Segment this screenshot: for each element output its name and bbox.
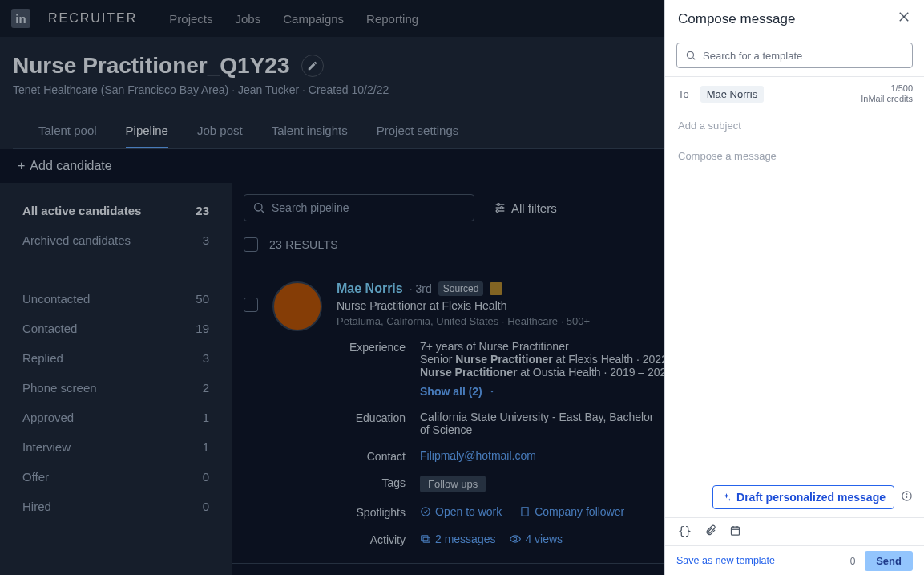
sidebar-archived-label: Archived candidates (22, 233, 131, 247)
stage-label: Contacted (22, 322, 77, 335)
nav-campaigns[interactable]: Campaigns (283, 12, 344, 26)
education-value: California State University - East Bay, … (420, 411, 660, 436)
chevron-down-icon (487, 387, 497, 396)
spotlight-company-follower[interactable]: Company follower (519, 505, 624, 518)
candidate-checkbox[interactable] (244, 298, 258, 312)
calendar-button[interactable] (729, 524, 741, 539)
stage-label: Hired (22, 500, 51, 513)
recipient-chip[interactable]: Mae Norris (700, 86, 765, 103)
stage-label: Offer (22, 470, 49, 484)
pipeline-search-placeholder: Search pipeline (272, 201, 349, 214)
activity-messages[interactable]: 2 messages (420, 532, 495, 545)
linkedin-logo: in (11, 9, 30, 28)
sidebar-interview[interactable]: Interview1 (0, 432, 232, 462)
tab-job-post[interactable]: Job post (197, 114, 243, 148)
all-filters-button[interactable]: All filters (494, 201, 557, 215)
sidebar-active-count: 23 (196, 204, 209, 217)
credits-label: InMail credits (861, 94, 913, 104)
stage-count: 50 (196, 292, 209, 306)
spotlight-label: Company follower (535, 505, 624, 518)
activity-label: 4 views (525, 532, 563, 545)
exp-bold: Nurse Practitioner (455, 353, 552, 366)
spotlights-label: Spotlights (337, 505, 406, 520)
exp-text: at Oustia Health · 2019 – 2022 (517, 366, 672, 379)
sidebar-contacted[interactable]: Contacted19 (0, 314, 232, 343)
exp-text: Senior (420, 353, 455, 366)
compose-toolbar: {} (665, 517, 924, 545)
compose-panel: Compose message Search for a template To… (664, 0, 924, 575)
spotlight-label: Open to work (435, 505, 502, 518)
svg-rect-14 (422, 536, 428, 541)
send-button[interactable]: Send (865, 551, 913, 571)
svg-point-2 (255, 204, 262, 211)
svg-point-9 (496, 210, 498, 213)
connection-degree: · 3rd (410, 282, 432, 295)
sidebar-hired[interactable]: Hired0 (0, 492, 232, 521)
select-all-checkbox[interactable] (244, 237, 258, 252)
sliders-icon (494, 201, 506, 214)
tab-project-settings[interactable]: Project settings (377, 114, 459, 148)
tab-pipeline[interactable]: Pipeline (126, 114, 168, 148)
send-count: 0 (850, 556, 856, 567)
stage-count: 19 (196, 322, 209, 335)
calendar-icon (729, 524, 741, 537)
plus-icon: + (18, 159, 25, 173)
close-button[interactable] (897, 10, 911, 28)
svg-point-23 (906, 494, 907, 495)
stage-label: Approved (22, 411, 74, 424)
nav-jobs[interactable]: Jobs (236, 12, 261, 26)
sidebar-active-label: All active candidates (22, 204, 141, 217)
messages-icon (420, 533, 431, 545)
activity-label: 2 messages (435, 532, 495, 545)
project-title: Nurse Practitioner_Q1Y23 (13, 53, 290, 79)
stage-count: 1 (203, 411, 209, 424)
svg-point-8 (501, 207, 503, 209)
nav-projects[interactable]: Projects (169, 12, 212, 26)
pipeline-search[interactable]: Search pipeline (244, 194, 474, 221)
template-search-placeholder: Search for a template (703, 50, 802, 62)
sparkle-icon (721, 492, 732, 503)
nav-reporting[interactable]: Reporting (366, 12, 418, 26)
pencil-icon (307, 60, 318, 71)
sidebar-phone-screen[interactable]: Phone screen2 (0, 373, 232, 403)
svg-rect-15 (423, 537, 430, 542)
candidate-name[interactable]: Mae Norris (337, 281, 403, 296)
inmail-credits: 1/500 InMail credits (861, 83, 913, 104)
results-count: 23 RESULTS (269, 238, 338, 251)
activity-views[interactable]: 4 views (510, 532, 563, 545)
tag-chip[interactable]: Follow ups (420, 476, 486, 492)
stage-count: 0 (203, 470, 209, 484)
open-to-work-icon (420, 506, 431, 517)
insert-variable-button[interactable]: {} (678, 524, 692, 539)
info-button[interactable] (901, 490, 913, 504)
sidebar-archived-candidates[interactable]: Archived candidates 3 (0, 225, 232, 255)
to-label: To (678, 88, 689, 100)
attach-button[interactable] (704, 524, 716, 539)
candidate-headline: Nurse Practitioner at Flexis Health (337, 299, 719, 312)
sidebar-active-candidates[interactable]: All active candidates 23 (0, 196, 232, 225)
search-icon (685, 50, 696, 61)
stage-count: 1 (203, 440, 209, 454)
sidebar-offer[interactable]: Offer0 (0, 462, 232, 492)
candidate-avatar[interactable] (272, 281, 322, 331)
education-label: Education (337, 411, 406, 436)
tab-talent-pool[interactable]: Talent pool (38, 114, 97, 148)
sidebar-replied[interactable]: Replied3 (0, 343, 232, 373)
message-body-input[interactable]: Compose a message (665, 140, 924, 485)
spotlight-open-to-work[interactable]: Open to work (420, 505, 502, 518)
subject-input[interactable]: Add a subject (665, 111, 924, 140)
template-search[interactable]: Search for a template (676, 43, 913, 68)
tab-talent-insights[interactable]: Talent insights (272, 114, 348, 148)
sidebar-approved[interactable]: Approved1 (0, 403, 232, 432)
linkedin-badge-icon (490, 282, 502, 295)
svg-rect-24 (731, 527, 739, 535)
svg-point-10 (422, 508, 430, 516)
edit-title-button[interactable] (301, 55, 324, 77)
nav-links: Projects Jobs Campaigns Reporting (169, 12, 418, 26)
sidebar-uncontacted[interactable]: Uncontacted50 (0, 284, 232, 314)
save-as-template[interactable]: Save as new template (676, 555, 775, 566)
add-candidate-label: Add candidate (30, 159, 111, 173)
search-icon (252, 201, 265, 214)
draft-personalized-button[interactable]: Draft personalized message (712, 485, 894, 509)
contact-email[interactable]: Filipmaly@hotmail.com (420, 449, 536, 462)
